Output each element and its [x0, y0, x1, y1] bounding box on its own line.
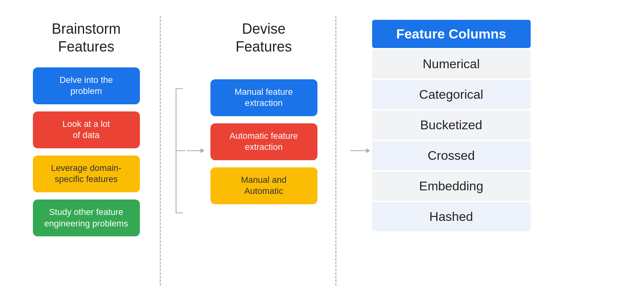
brainstorm-item-2: Look at a lotof data: [33, 111, 140, 148]
devise-item-2: Automatic featureextraction: [210, 123, 317, 160]
feature-hashed: Hashed: [372, 202, 531, 231]
separator-2: [335, 16, 336, 286]
feature-embedding: Embedding: [372, 172, 531, 201]
arrow-right-1: [187, 148, 204, 153]
separator-1: [160, 16, 161, 286]
feature-columns-header: Feature Columns: [372, 20, 531, 48]
devise-item-3: Manual andAutomatic: [210, 167, 317, 204]
connector-2: [348, 148, 372, 153]
brainstorm-item-1: Delve into theproblem: [33, 67, 140, 104]
feature-columns-column: Feature Columns Numerical Categorical Bu…: [372, 16, 531, 286]
devise-item-1: Manual featureextraction: [210, 79, 317, 116]
feature-categorical: Categorical: [372, 80, 531, 109]
brainstorm-title: BrainstormFeatures: [52, 20, 120, 56]
feature-crossed: Crossed: [372, 141, 531, 170]
brainstorm-item-3: Leverage domain-specific features: [33, 155, 140, 192]
feature-numerical: Numerical: [372, 50, 531, 79]
brainstorm-column: BrainstormFeatures Delve into theproblem…: [25, 16, 148, 286]
devise-title: DeviseFeatures: [235, 20, 292, 56]
main-diagram: BrainstormFeatures Delve into theproblem…: [13, 8, 631, 293]
devise-column: DeviseFeatures Manual featureextraction …: [204, 16, 323, 286]
connector-1: [173, 67, 204, 234]
feature-bucketized: Bucketized: [372, 111, 531, 140]
brainstorm-item-4: Study other featureengineering problems: [33, 199, 140, 236]
